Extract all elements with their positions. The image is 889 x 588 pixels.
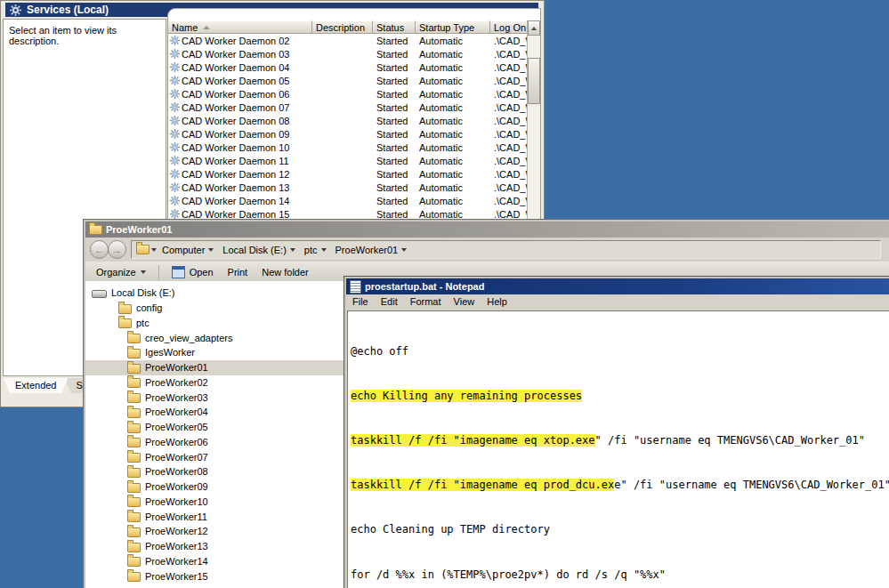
service-row[interactable]: CAD Worker Daemon 08 Started Automatic .…: [168, 114, 528, 127]
menu-item[interactable]: File: [346, 295, 375, 308]
menu-item[interactable]: View: [448, 295, 481, 308]
breadcrumb-dropdown-icon[interactable]: [151, 248, 157, 252]
service-name: CAD Worker Daemon 03: [182, 49, 289, 60]
menu-item[interactable]: Help: [481, 295, 513, 308]
breadcrumb-segment[interactable]: Local Disk (E:): [219, 245, 299, 255]
breadcrumb-segment[interactable]: Computer: [158, 245, 217, 255]
back-button[interactable]: ←: [90, 240, 109, 259]
column-header-description[interactable]: Description: [312, 20, 373, 34]
breadcrumb-dropdown-icon[interactable]: [208, 248, 214, 252]
highlighted-text: taskkill /f /fi "imagename eq prod_dcu.e…: [351, 479, 614, 491]
batch-line: taskkill /f /fi "imagename eq prod_dcu.e…: [351, 479, 889, 491]
service-status: Started: [373, 182, 416, 193]
service-startup-type: Automatic: [416, 209, 490, 220]
service-row[interactable]: CAD Worker Daemon 14 Started Automatic .…: [168, 194, 528, 207]
notepad-window: proestartup.bat - Notepad File Edit Form…: [343, 276, 889, 588]
tree-item-label: ProeWorker03: [145, 392, 208, 403]
column-header-name[interactable]: Name: [168, 20, 312, 34]
tree-item-label: Local Disk (E:): [111, 287, 175, 298]
tab-extended[interactable]: Extended: [4, 378, 68, 393]
open-button[interactable]: Open: [165, 263, 221, 281]
tree-item-label: ptc: [136, 318, 150, 328]
service-name-cell: CAD Worker Daemon 04: [168, 62, 312, 73]
breadcrumb-segment[interactable]: ptc: [301, 245, 330, 255]
service-startup-type: Automatic: [416, 62, 490, 73]
service-logon-as: .\CAD_W: [490, 62, 528, 73]
service-row[interactable]: CAD Worker Daemon 11 Started Automatic .…: [168, 154, 528, 167]
service-row[interactable]: CAD Worker Daemon 09 Started Automatic .…: [168, 127, 528, 141]
notepad-titlebar[interactable]: proestartup.bat - Notepad: [346, 278, 889, 294]
service-name: CAD Worker Daemon 10: [182, 142, 289, 153]
service-row[interactable]: CAD Worker Daemon 05 Started Automatic .…: [168, 74, 528, 87]
highlighted-text: taskkill /f /fi "imagename eq xtop.exe: [351, 434, 595, 447]
breadcrumb-dropdown-icon[interactable]: [321, 248, 327, 252]
service-startup-type: Automatic: [416, 196, 490, 206]
service-row[interactable]: CAD Worker Daemon 06 Started Automatic .…: [168, 87, 528, 101]
service-gear-icon: [170, 169, 180, 179]
service-name: CAD Worker Daemon 13: [182, 182, 289, 193]
service-row[interactable]: CAD Worker Daemon 07 Started Automatic .…: [168, 101, 528, 114]
print-button[interactable]: Print: [221, 264, 255, 280]
service-name-cell: CAD Worker Daemon 06: [168, 89, 312, 100]
tree-item-icon: [127, 468, 141, 478]
breadcrumb-segment[interactable]: ProeWorker01: [332, 245, 411, 255]
scrollbar-thumb[interactable]: [528, 58, 540, 104]
service-status: Started: [373, 169, 416, 180]
toolbar-separator: [158, 265, 159, 279]
breadcrumb-dropdown-icon[interactable]: [401, 248, 407, 252]
breadcrumb-label: ProeWorker01: [335, 245, 399, 255]
breadcrumb[interactable]: Computer Local Disk (E:) ptc ProeWorker0…: [131, 240, 881, 259]
notepad-text-area[interactable]: @echo off echo Killing any remaining pro…: [347, 310, 889, 588]
column-header-status[interactable]: Status: [373, 20, 416, 34]
column-header-logon-as[interactable]: Log On A: [490, 20, 528, 34]
breadcrumb-dropdown-icon[interactable]: [290, 248, 295, 252]
notepad-menubar: File Edit Format View Help: [346, 294, 889, 309]
service-name-cell: CAD Worker Daemon 09: [168, 129, 312, 140]
tree-item-icon: [127, 364, 141, 374]
sort-ascending-icon: [203, 26, 210, 29]
service-name: CAD Worker Daemon 11: [182, 156, 289, 166]
service-name-cell: CAD Worker Daemon 05: [168, 76, 312, 86]
service-name: CAD Worker Daemon 06: [182, 89, 289, 100]
service-gear-icon: [170, 89, 180, 99]
service-gear-icon: [170, 129, 180, 139]
service-startup-type: Automatic: [416, 102, 490, 113]
tree-item-label: ProeWorker04: [145, 407, 208, 417]
service-row[interactable]: CAD Worker Daemon 13 Started Automatic .…: [168, 181, 528, 194]
tree-item-label: ProeWorker15: [145, 571, 208, 582]
scrollbar-up-button[interactable]: [528, 20, 540, 36]
service-row[interactable]: CAD Worker Daemon 02 Started Automatic .…: [168, 34, 528, 47]
tree-item-icon: [118, 304, 132, 314]
explorer-titlebar[interactable]: ProeWorker01: [85, 222, 889, 238]
service-row[interactable]: CAD Worker Daemon 03 Started Automatic .…: [168, 47, 528, 60]
column-header-startup-type[interactable]: Startup Type: [416, 20, 490, 34]
menu-item[interactable]: Edit: [375, 295, 404, 308]
service-name: CAD Worker Daemon 12: [182, 169, 289, 180]
service-startup-type: Automatic: [416, 116, 490, 126]
service-logon-as: .\CAD_W: [490, 49, 528, 60]
service-row[interactable]: CAD Worker Daemon 04 Started Automatic .…: [168, 60, 528, 74]
menu-item[interactable]: Format: [404, 295, 448, 308]
service-logon-as: .\CAD_W: [490, 36, 528, 46]
service-status: Started: [373, 62, 416, 73]
tree-item-icon: [127, 423, 141, 433]
service-logon-as: .\CAD_W: [490, 142, 528, 153]
service-row[interactable]: CAD Worker Daemon 12 Started Automatic .…: [168, 167, 528, 181]
tree-item-label: ProeWorker12: [145, 526, 208, 536]
tree-item-label: ProeWorker01: [145, 362, 208, 373]
service-gear-icon: [170, 156, 180, 165]
line-text: @echo off: [351, 345, 408, 358]
organize-button[interactable]: Organize: [89, 264, 153, 280]
service-row[interactable]: CAD Worker Daemon 10 Started Automatic .…: [168, 141, 528, 154]
services-description-hint: Select an item to view its description.: [9, 25, 117, 46]
service-startup-type: Automatic: [416, 129, 490, 140]
open-icon: [172, 266, 185, 278]
forward-button[interactable]: →: [108, 240, 126, 259]
service-name-cell: CAD Worker Daemon 07: [168, 102, 312, 113]
service-status: Started: [373, 116, 416, 126]
batch-line: taskkill /f /fi "imagename eq xtop.exe" …: [351, 435, 889, 447]
service-name-cell: CAD Worker Daemon 14: [168, 196, 312, 206]
tree-item-icon: [127, 378, 141, 388]
new-folder-button[interactable]: New folder: [255, 264, 316, 280]
service-status: Started: [373, 142, 416, 153]
